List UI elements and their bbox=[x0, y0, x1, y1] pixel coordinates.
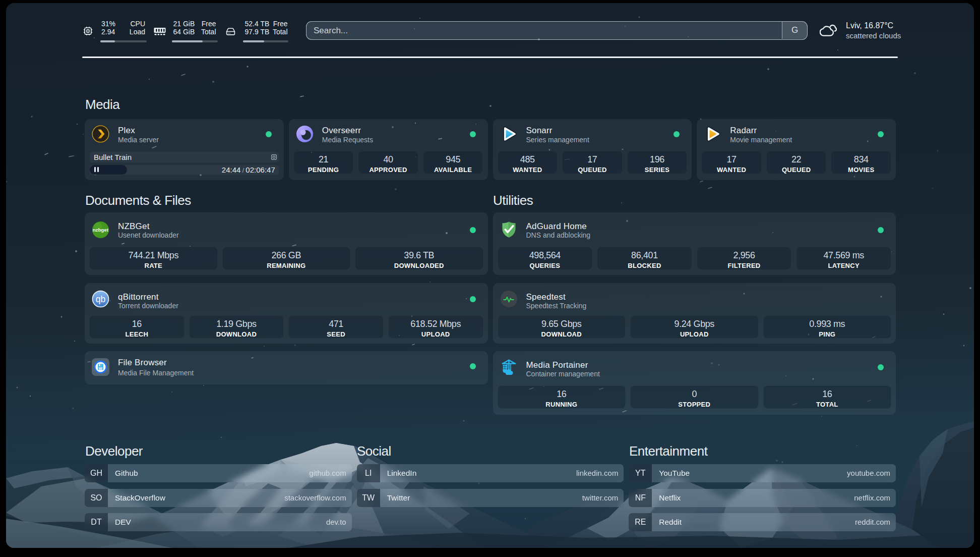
svg-text:qb: qb bbox=[96, 294, 105, 304]
svg-text:nzbget: nzbget bbox=[93, 227, 109, 233]
